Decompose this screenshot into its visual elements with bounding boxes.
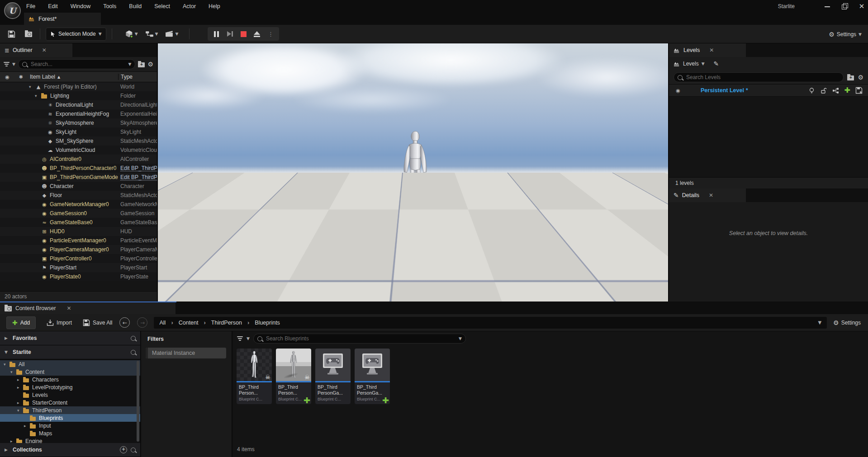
outliner-tab[interactable]: ≣ Outliner ✕ (0, 43, 72, 57)
blueprints-dropdown[interactable]: ▼ (145, 31, 158, 38)
levels-search[interactable] (674, 72, 844, 82)
type-column[interactable]: Type (118, 74, 157, 80)
path-dropdown-icon[interactable]: ▼ (818, 320, 821, 325)
chevron-down-icon[interactable]: ▼ (128, 62, 132, 66)
edit-levels-icon[interactable]: ✎ (714, 60, 719, 67)
outliner-row[interactable]: ◉ PlayerState0 PlayerState (0, 272, 157, 281)
actor-type[interactable]: GameSession (118, 210, 157, 217)
chevron-down-icon[interactable]: ▼ (12, 62, 15, 66)
menu-item[interactable]: Edit (48, 3, 58, 9)
folder-tree-item[interactable]: Blueprints (0, 414, 140, 422)
outliner-row[interactable]: ☁ VolumetricCloud VolumetricCloud (0, 146, 157, 155)
outliner-row[interactable]: ▲ Forest (Play In Editor) World (0, 82, 157, 91)
outliner-row[interactable]: ✳ DirectionalLight DirectionalLight (0, 100, 157, 109)
outliner-row[interactable]: ☻ Character Character (0, 182, 157, 191)
menu-item[interactable]: Actor (183, 3, 196, 9)
actor-type[interactable]: VolumetricCloud (118, 147, 157, 153)
outliner-row[interactable]: ▣ BP_ThirdPersonGameMode0 Edit BP_ThirdP… (0, 173, 157, 182)
save-all-button[interactable]: Save All (83, 319, 112, 326)
search-icon[interactable] (131, 448, 136, 452)
item-label-column[interactable]: Item Label ▲ (27, 74, 118, 80)
folder-tree-item[interactable]: Characters (0, 376, 140, 383)
expander-arrow-icon[interactable] (17, 400, 23, 405)
import-button[interactable]: Import (47, 319, 72, 326)
add-level-folder-icon[interactable] (847, 75, 854, 80)
lighting-status-icon[interactable] (808, 87, 815, 94)
cinematics-dropdown[interactable]: ▼ (165, 30, 178, 38)
outliner-row[interactable]: ⊞ HUD0 HUD (0, 227, 157, 236)
actor-type[interactable]: ParticleEventManager (118, 237, 157, 244)
asset-tile[interactable]: BP_Third PersonGa... Blueprint C... ✚ (355, 349, 390, 404)
expander-arrow-icon[interactable] (10, 370, 16, 374)
restore-button[interactable] (841, 3, 848, 10)
close-icon[interactable]: ✕ (709, 192, 713, 198)
outliner-row[interactable]: Lighting Folder (0, 91, 157, 100)
level-viewport[interactable] (158, 43, 668, 302)
outliner-row[interactable]: ☼ SkyAtmosphere SkyAtmosphere (0, 118, 157, 127)
actor-type[interactable]: GameStateBase (118, 219, 157, 226)
outliner-search[interactable]: ▼ (18, 59, 136, 69)
actor-type[interactable]: StaticMeshActor (118, 192, 157, 198)
search-icon[interactable] (131, 336, 136, 341)
chevron-down-icon[interactable]: ▼ (459, 336, 462, 341)
outliner-row[interactable]: ◆ Floor StaticMeshActor (0, 191, 157, 200)
actor-type[interactable]: AIController (118, 156, 157, 162)
asset-search-input[interactable] (265, 335, 456, 342)
expander-arrow-icon[interactable]: ▶ (5, 336, 9, 340)
outliner-row[interactable]: ☻ BP_ThirdPersonCharacter0 Edit BP_Third… (0, 164, 157, 173)
outliner-row[interactable]: ◉ GameNetworkManager0 GameNetworkManager (0, 200, 157, 209)
folder-tree-item[interactable]: Maps (0, 429, 140, 437)
eye-icon[interactable]: ◉ (669, 88, 687, 94)
visibility-column-eye-icon[interactable]: ◉ (0, 74, 14, 80)
levels-dropdown[interactable]: Levels ▼ (674, 61, 705, 67)
level-tab[interactable]: Forest* (24, 13, 101, 25)
asset-tile[interactable]: ☠ BP_Third Person... Blueprint C... ✚ (276, 349, 311, 404)
breadcrumb-item[interactable]: ThirdPerson (199, 319, 242, 326)
menu-item[interactable]: Select (154, 3, 170, 9)
back-button[interactable]: ← (119, 317, 130, 328)
actor-type[interactable]: PlayerController (118, 255, 157, 262)
levels-search-input[interactable] (685, 74, 840, 81)
outliner-row[interactable]: ◉ GameSession0 GameSession (0, 209, 157, 218)
actor-type[interactable]: PlayerState (118, 273, 157, 280)
filter-icon[interactable] (4, 62, 9, 67)
outliner-row[interactable]: ≋ ExponentialHeightFog ExponentialHeight… (0, 109, 157, 118)
outliner-row[interactable]: ◉ SkyLight SkyLight (0, 127, 157, 137)
actor-type[interactable]: GameNetworkManager (118, 201, 157, 207)
persistent-level-row[interactable]: ◉ Persistent Level * ✚ (669, 84, 868, 97)
expander-arrow-icon[interactable] (10, 439, 16, 443)
actor-type[interactable]: Edit BP_ThirdPersonCharacter (118, 165, 157, 171)
actor-type[interactable]: Edit BP_ThirdPersonGameMode (118, 174, 157, 180)
add-actor-dropdown[interactable]: ▼ (125, 30, 138, 38)
outliner-search-input[interactable] (30, 61, 126, 68)
add-sublevel-icon[interactable]: ✚ (844, 87, 850, 94)
outliner-row[interactable]: ◆ SM_SkySphere StaticMeshActor (0, 137, 157, 146)
outliner-settings-icon[interactable]: ⚙ (147, 61, 153, 68)
content-browser-settings[interactable]: ⚙ Settings (833, 319, 861, 326)
folder-tree-item[interactable]: Content (0, 368, 140, 376)
actor-type[interactable]: ExponentialHeightFog (118, 111, 157, 117)
close-icon[interactable]: ✕ (709, 47, 714, 53)
expander-arrow-icon[interactable] (17, 377, 23, 382)
scene-hierarchy-icon[interactable] (832, 87, 840, 94)
frame-step-button[interactable] (223, 28, 237, 40)
expander-arrow-icon[interactable] (24, 424, 29, 428)
folder-tree-item[interactable]: StarterContent (0, 399, 140, 406)
eject-button[interactable] (250, 28, 264, 40)
stop-button[interactable] (237, 28, 250, 40)
menu-item[interactable]: Window (71, 3, 90, 9)
breadcrumb-item[interactable]: Blueprints (242, 319, 280, 326)
add-button[interactable]: ✚ Add (6, 316, 36, 329)
expander-arrow-icon[interactable]: ▼ (5, 350, 9, 354)
favorites-section-header[interactable]: ▶ Favorites (0, 331, 140, 345)
collections-section-header[interactable]: ▶ Collections + (0, 443, 140, 457)
actor-type[interactable]: HUD (118, 228, 157, 235)
project-section-header[interactable]: ▼ Starlite (0, 345, 140, 359)
actor-type[interactable]: World (118, 84, 157, 90)
folder-tree-item[interactable]: Engine (0, 437, 140, 443)
add-collection-icon[interactable]: + (120, 446, 127, 453)
outliner-row[interactable]: ≈ GameStateBase0 GameStateBase (0, 218, 157, 227)
outliner-row[interactable]: ▣ PlayerController0 PlayerController (0, 254, 157, 263)
outliner-row[interactable]: ⚑ PlayerStart PlayerStart (0, 263, 157, 272)
levels-settings-icon[interactable]: ⚙ (858, 74, 863, 81)
